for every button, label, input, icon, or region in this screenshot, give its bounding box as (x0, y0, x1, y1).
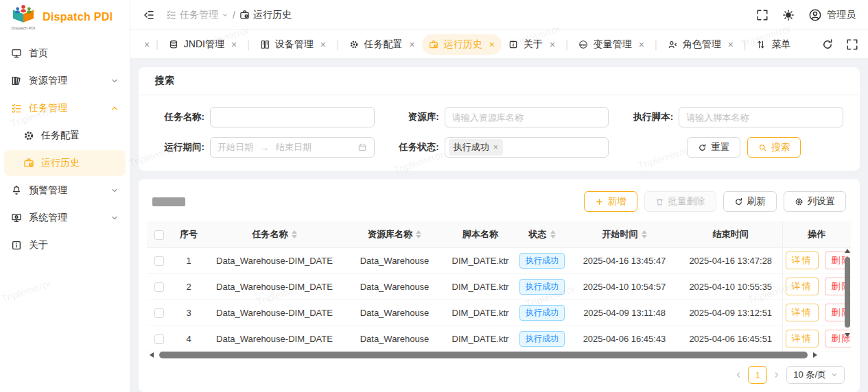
column-settings-button[interactable]: 列设置 (784, 191, 847, 212)
trash-icon (655, 197, 664, 206)
tab-separator: | (156, 39, 159, 50)
close-icon[interactable]: × (728, 40, 734, 49)
sidebar-item-task-management[interactable]: 任务管理 (0, 95, 130, 122)
col-header-label: 开始时间 (602, 229, 638, 239)
col-header-repo[interactable]: 资源库名称 (343, 221, 446, 247)
detail-button[interactable]: 详情 (786, 252, 819, 269)
fullscreen-icon[interactable] (846, 38, 858, 51)
next-page-icon[interactable] (773, 371, 781, 379)
database-icon (169, 40, 178, 49)
fullscreen-icon[interactable] (756, 9, 769, 21)
info-icon (11, 240, 22, 251)
sidebar-item-label: 任务配置 (41, 130, 80, 142)
row-checkbox[interactable] (154, 308, 164, 318)
detail-button[interactable]: 详情 (786, 304, 819, 321)
row-checkbox[interactable] (154, 334, 164, 344)
breadcrumb-parent[interactable]: 任务管理 (166, 9, 228, 21)
tab-run-history[interactable]: 运行历史 × (422, 34, 502, 55)
cell-end-time: 2025-04-10 10:55:35 (679, 273, 782, 299)
user-menu[interactable]: 管理员 (808, 8, 856, 22)
scroll-up-arrow[interactable] (845, 249, 850, 253)
bell-icon (11, 185, 22, 196)
cell-end-time: 2025-04-06 16:45:51 (679, 326, 782, 352)
cell-no: 3 (172, 299, 206, 326)
tab-label: JNDI管理 (184, 38, 224, 51)
select-all-header (147, 221, 172, 247)
close-icon[interactable]: × (489, 40, 495, 49)
close-icon[interactable]: × (144, 39, 150, 50)
reset-button[interactable]: 重置 (687, 137, 740, 158)
scroll-left-arrow[interactable] (150, 352, 154, 358)
search-panel-title: 搜索 (139, 67, 860, 95)
briefcase-clock-icon (23, 158, 34, 169)
add-button[interactable]: 新增 (584, 191, 637, 212)
refresh-button[interactable]: 刷新 (723, 191, 777, 212)
repo-input[interactable] (445, 107, 609, 127)
cell-start-time: 2025-04-16 13:45:47 (570, 247, 679, 273)
app-window: Triplemirror Triplemirror Triplemirror T… (0, 0, 868, 392)
tab-task-config[interactable]: 任务配置 × (342, 34, 422, 55)
page-number[interactable]: 1 (748, 366, 767, 384)
tab-about[interactable]: 关于 × (502, 34, 562, 55)
sidebar-item-label: 运行历史 (41, 157, 80, 169)
col-header-task[interactable]: 任务名称 (206, 221, 343, 247)
scroll-right-arrow[interactable] (813, 352, 817, 358)
refresh-icon (698, 143, 707, 152)
detail-button[interactable]: 详情 (786, 330, 819, 347)
tab-separator: | (247, 39, 250, 50)
cell-no: 4 (172, 326, 206, 352)
vertical-scrollbar[interactable] (843, 249, 852, 339)
task-status-label: 任务状态: (390, 141, 439, 154)
refresh-icon[interactable] (821, 38, 834, 51)
sidebar-item-home[interactable]: 首页 (0, 40, 130, 67)
collapse-sidebar-icon[interactable] (143, 9, 155, 21)
sidebar-item-resources[interactable]: 资源管理 (0, 67, 130, 95)
tab-variables[interactable]: ENV 变量管理 × (572, 34, 651, 55)
close-icon[interactable]: × (231, 40, 237, 49)
col-header-label: 序号 (180, 229, 198, 239)
vertical-scrollbar-thumb[interactable] (845, 257, 850, 328)
close-icon[interactable]: × (550, 40, 555, 49)
tab-roles[interactable]: 角色管理 × (661, 34, 740, 55)
theme-sun-icon[interactable] (782, 9, 795, 21)
col-header-label: 资源库名称 (368, 229, 412, 239)
close-icon[interactable]: × (639, 40, 644, 49)
sidebar-item-alerts[interactable]: 预警管理 (0, 177, 130, 204)
scroll-down-arrow[interactable] (845, 333, 850, 337)
breadcrumb-parent-label: 任务管理 (180, 9, 218, 21)
detail-button[interactable]: 详情 (786, 278, 819, 295)
row-checkbox[interactable] (154, 256, 164, 266)
page-size-select[interactable]: 10 条/页 (786, 366, 845, 384)
task-status-select[interactable]: 执行成功 × (445, 137, 609, 158)
cell-task-name: Data_Warehouse-DIM_DATE (206, 326, 343, 352)
select-all-checkbox[interactable] (154, 230, 164, 240)
col-header-start[interactable]: 开始时间 (570, 221, 679, 247)
tab-menu[interactable]: 菜单 (749, 34, 797, 55)
col-header-status[interactable]: 状态 (515, 221, 570, 247)
batch-delete-button[interactable]: 批量删除 (644, 191, 716, 212)
date-range-input[interactable]: 开始日期 → 结束日期 (210, 137, 375, 158)
sort-icon (416, 230, 421, 238)
tab-jndi[interactable]: JNDI管理 × (162, 34, 244, 55)
sidebar-item-system[interactable]: 系统管理 (0, 204, 130, 232)
row-checkbox[interactable] (154, 282, 164, 292)
brand-logo: Dispatch PDI Dispatch PDI (0, 0, 130, 32)
task-name-input[interactable] (210, 107, 375, 127)
close-icon[interactable]: × (493, 143, 498, 152)
close-icon[interactable]: × (410, 40, 415, 49)
task-name-field: 任务名称: (155, 107, 375, 127)
brand-title: Dispatch PDI (43, 11, 113, 23)
sidebar-item-run-history[interactable]: 运行历史 (4, 150, 126, 176)
horizontal-scrollbar[interactable] (150, 351, 841, 359)
tab-devices[interactable]: 设备管理 × (253, 34, 333, 55)
script-input[interactable] (679, 107, 843, 127)
sidebar-item-task-config[interactable]: 任务配置 (0, 122, 130, 149)
horizontal-scrollbar-thumb[interactable] (159, 352, 808, 358)
sidebar-item-about[interactable]: 关于 (0, 232, 130, 259)
search-button[interactable]: 搜索 (747, 137, 801, 158)
table-header-row: 序号 任务名称 资源库名称 脚本名称 状态 开始时间 结束时间 操作 (147, 221, 851, 247)
cell-script-name: DIM_DATE.ktr (446, 299, 515, 326)
cell-repo-name: Data_Warehouse (343, 273, 446, 299)
close-icon[interactable]: × (320, 40, 326, 49)
prev-page-icon[interactable] (734, 371, 742, 379)
